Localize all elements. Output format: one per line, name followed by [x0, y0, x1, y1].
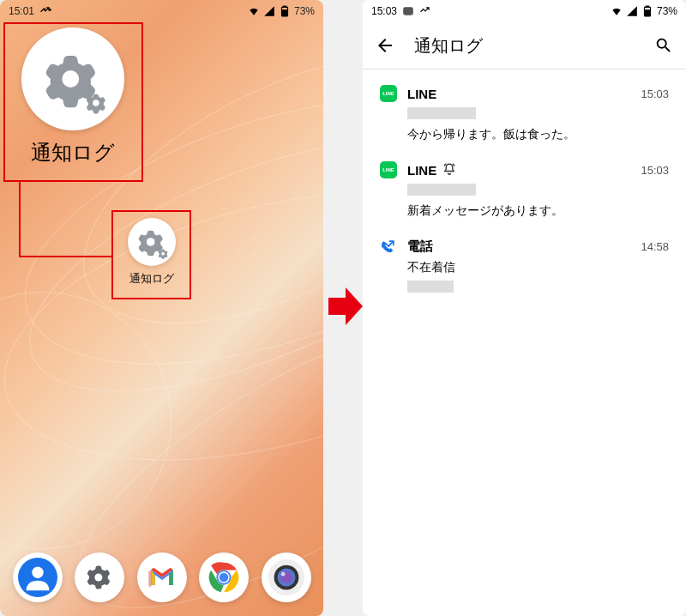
battery-percent: 73% [294, 5, 315, 17]
wifi-icon [611, 5, 623, 17]
highlight-box-large [3, 22, 143, 182]
notif-text: 今から帰ります。飯は食った。 [407, 127, 669, 142]
battery-icon [279, 5, 291, 17]
line-app-icon: LINE [380, 161, 397, 178]
dock [0, 553, 323, 602]
battery-icon [641, 5, 653, 17]
svg-point-12 [220, 573, 229, 583]
search-button[interactable] [652, 33, 676, 57]
notif-text: 不在着信 [407, 260, 669, 275]
svg-rect-20 [646, 6, 649, 7]
wifi-icon [248, 5, 260, 17]
battery-percent: 73% [657, 5, 677, 17]
line-app-icon: LINE [380, 85, 397, 102]
notif-app-name: 電話 [407, 239, 630, 255]
status-time: 15:01 [9, 5, 34, 17]
highlight-connector-v [19, 182, 21, 257]
svg-rect-1 [283, 6, 286, 7]
notif-text: 新着メッセージがあります。 [407, 203, 669, 219]
redacted-sender [407, 184, 476, 196]
missed-call-icon [39, 5, 51, 17]
svg-rect-18 [403, 7, 413, 15]
svg-point-9 [94, 574, 102, 582]
notif-app-name: LINE [407, 87, 630, 101]
back-button[interactable] [373, 33, 397, 57]
redacted-caller [407, 281, 454, 293]
status-time: 15:03 [371, 5, 397, 17]
svg-point-17 [280, 572, 285, 577]
phone-app-icon [380, 238, 397, 255]
highlight-connector-h [19, 256, 112, 257]
notification-item[interactable]: LINE LINE 15:03 今から帰ります。飯は食った。 [363, 76, 686, 153]
camera-app-icon[interactable] [262, 553, 311, 602]
gmail-app-icon[interactable] [137, 553, 187, 602]
phone-notification-log-screen: 15:03 73% [363, 0, 686, 616]
chrome-app-icon[interactable] [199, 553, 249, 602]
app-header: 通知ログ [363, 22, 686, 69]
page-title: 通知ログ [414, 34, 635, 57]
arrow-right-icon [328, 287, 363, 329]
signal-icon [626, 5, 638, 17]
notification-item[interactable]: 電話 14:58 不在着信 [363, 229, 686, 305]
notif-time: 15:03 [641, 164, 669, 177]
notif-time: 14:58 [641, 240, 669, 253]
notif-time: 15:03 [641, 88, 669, 100]
line-notif-indicator-icon [402, 5, 414, 17]
settings-app-icon[interactable] [75, 553, 124, 602]
highlight-box-small [111, 210, 191, 299]
phone-home-screen: 15:01 73% [0, 0, 323, 616]
notification-item[interactable]: LINE LINE 15:03 新着メッセージがあります。 [363, 153, 686, 229]
missed-call-icon [419, 5, 431, 17]
svg-point-8 [32, 567, 43, 578]
bell-ring-icon [442, 162, 457, 178]
redacted-sender [407, 107, 476, 119]
signal-icon [263, 5, 275, 17]
notification-list: LINE LINE 15:03 今から帰ります。飯は食った。 LINE LINE [363, 69, 686, 312]
svg-rect-2 [282, 10, 287, 15]
notif-app-name: LINE [407, 163, 436, 178]
svg-rect-21 [645, 10, 650, 15]
contacts-app-icon[interactable] [13, 553, 63, 602]
